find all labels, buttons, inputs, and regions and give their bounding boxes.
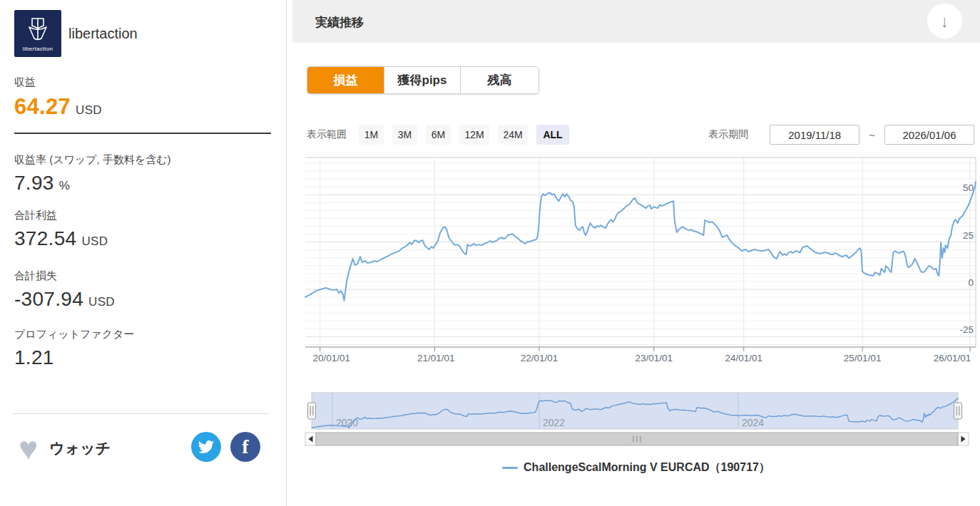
twitter-icon	[198, 439, 214, 455]
stat-unit: USD	[76, 103, 102, 117]
stat-value: 372.54USD	[14, 227, 270, 250]
tab-earned-pips[interactable]: 獲得pips	[384, 67, 460, 93]
tab-profit-loss[interactable]: 損益	[307, 67, 384, 93]
divider	[14, 133, 271, 134]
x-axis-label: 23/01/01	[636, 353, 673, 363]
stat-unit: USD	[81, 234, 108, 248]
legend-item[interactable]: ChallengeScalMorning V EURCAD（190717）	[292, 460, 980, 475]
chart-type-tabs: 損益 獲得pips 残高	[307, 66, 539, 94]
range-button-3m[interactable]: 3M	[392, 125, 417, 145]
navigator-range[interactable]	[312, 393, 958, 429]
x-axis-label: 26/01/01	[934, 353, 971, 363]
facebook-share-button[interactable]: f	[230, 432, 260, 462]
main-panel: 実績推移 ↓ 損益 獲得pips 残高 表示範囲 1M 3M 6M 12M 24…	[292, 0, 980, 506]
stat-profit-rate: 収益率 (スワップ, 手数料を含む) 7.93%	[14, 153, 270, 195]
period-selector: 表示期間 ~	[708, 125, 974, 145]
range-button-all[interactable]: ALL	[536, 125, 569, 145]
sidebar: libertaction libertaction 収益 64.27USD 収益…	[0, 0, 287, 506]
stat-label: 合計損失	[14, 269, 270, 283]
divider	[13, 413, 270, 414]
stat-label: プロフィットファクター	[14, 328, 270, 341]
navigator-right-handle[interactable]	[954, 403, 962, 419]
stat-value: 7.93%	[14, 172, 270, 195]
stat-label: 合計利益	[14, 209, 270, 222]
section-header: 実績推移 ↓	[292, 0, 980, 43]
app-logo: libertaction	[14, 10, 61, 57]
range-selector-label: 表示範囲	[307, 128, 347, 141]
twitter-share-button[interactable]	[191, 432, 221, 462]
watch-label: ウォッチ	[49, 438, 111, 458]
date-to-input[interactable]	[884, 125, 974, 145]
logo-word: libertaction	[23, 46, 53, 52]
stat-label: 収益	[14, 76, 270, 89]
stat-profit-factor: プロフィットファクター 1.21	[14, 328, 270, 369]
stat-label: 収益率 (スワップ, 手数料を含む)	[14, 153, 270, 167]
facebook-icon: f	[242, 435, 248, 458]
stat-unit: USD	[88, 295, 115, 309]
stat-profit: 収益 64.27USD	[14, 76, 270, 120]
download-button[interactable]: ↓	[927, 4, 962, 38]
period-separator: ~	[869, 129, 875, 141]
range-button-6m[interactable]: 6M	[426, 125, 451, 145]
download-icon: ↓	[941, 13, 949, 30]
date-from-input[interactable]	[770, 125, 859, 145]
x-axis-label: 25/01/01	[844, 353, 882, 363]
range-button-12m[interactable]: 12M	[459, 125, 489, 145]
navigator-left-handle[interactable]	[308, 403, 316, 419]
range-selector: 表示範囲 1M 3M 6M 12M 24M ALL	[307, 125, 578, 145]
chart-plot-area[interactable]	[305, 158, 976, 347]
heart-icon: ♥	[19, 432, 38, 465]
legend-line-icon	[502, 467, 518, 469]
x-axis-label: 24/01/01	[725, 353, 762, 363]
period-label: 表示期間	[708, 128, 748, 141]
stat-value: 1.21	[14, 346, 270, 369]
x-axis-label: 20/01/01	[312, 353, 350, 363]
tab-balance[interactable]: 残高	[460, 67, 539, 93]
range-button-24m[interactable]: 24M	[498, 125, 528, 145]
x-axis-label: 22/01/01	[521, 353, 558, 363]
navigator-year-label: 2022	[543, 417, 565, 428]
strategy-name: libertaction	[68, 26, 138, 42]
stat-total-loss: 合計損失 -307.94USD	[14, 269, 270, 311]
stat-total-profit: 合計利益 372.54USD	[14, 209, 270, 250]
navigator-chart: 202020222024	[292, 385, 980, 456]
stat-value: 64.27USD	[14, 94, 270, 120]
boat-icon	[24, 16, 52, 44]
stat-value: -307.94USD	[14, 288, 270, 311]
legend-label: ChallengeScalMorning V EURCAD（190717）	[524, 460, 770, 475]
navigator-year-label: 2024	[742, 417, 764, 428]
main-chart: 20/01/0121/01/0122/01/0123/01/0124/01/01…	[292, 146, 980, 374]
range-button-1m[interactable]: 1M	[359, 125, 384, 145]
section-title: 実績推移	[315, 14, 364, 31]
x-axis-label: 21/01/01	[417, 353, 455, 363]
stat-unit: %	[59, 179, 70, 192]
